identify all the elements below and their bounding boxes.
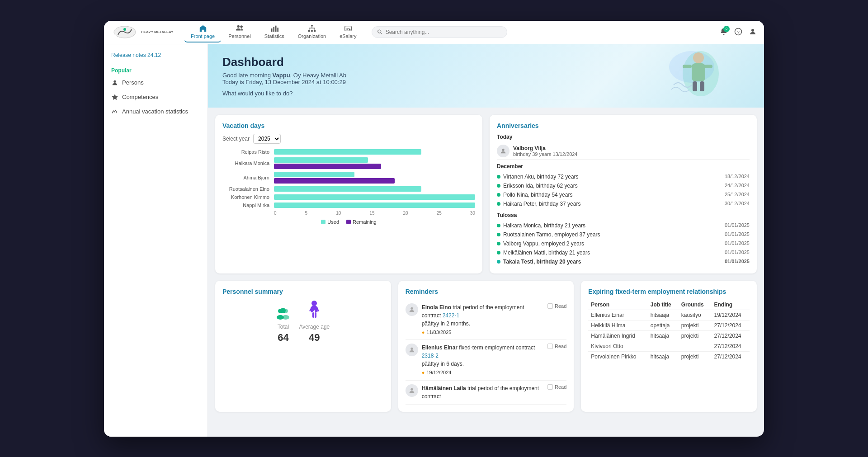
table-cell: 27/12/2024 [711,330,750,341]
anniv-item-date: 01/01/2025 [725,250,750,255]
bar-row: Nappi Mirka [222,203,475,208]
read-checkbox[interactable] [547,384,553,390]
bar-used [274,194,475,200]
svg-point-20 [693,52,704,63]
svg-rect-7 [308,30,310,32]
anniv-today-detail: birthday 39 years 13/12/2024 [513,151,578,157]
person-standing-icon [307,300,321,320]
svg-point-37 [410,388,413,390]
anniv-item-date: 18/12/2024 [725,174,750,179]
select-year-row: Select year 2025 [222,134,475,144]
anniv-today-item: Valborg Vilja birthday 39 years 13/12/20… [497,143,750,160]
search-bar[interactable] [372,26,507,38]
notifications-button[interactable]: 0 [720,28,728,37]
anniv-today-name: Valborg Vilja [513,145,578,151]
reminder-avatar [406,344,418,356]
anniv-item-date: 25/12/2024 [725,192,750,197]
legend-remaining: Remaining [346,219,377,225]
sidebar: Release notes 24.12 Popular Persons Comp… [104,44,208,437]
year-select[interactable]: 2025 [253,134,281,144]
read-checkbox[interactable] [547,303,553,309]
bar-label: Korhonen Kimmo [222,194,272,200]
personnel-summary-card: Personnel summary [215,281,391,412]
sidebar-item-annual-vacation[interactable]: Annual vacation statistics [104,104,208,119]
list-item: Takala Testi, birthday 20 years01/01/202… [497,257,750,266]
svg-point-15 [751,29,754,32]
legend-used: Used [321,219,339,225]
list-item: Haikara Peter, birthday 37 years30/12/20… [497,199,750,208]
bar-label: Haikara Monica [222,160,272,166]
user-menu-button[interactable] [749,28,757,37]
table-row: Kivivuori Otto27/12/2024 [588,341,750,351]
bar-group [274,149,475,155]
anniv-item-text: Virtanen Aku, birthday 72 years [503,174,579,180]
anniv-december-label: December [497,163,750,170]
bar-remaining [274,164,381,169]
reminder-read: Read [547,384,566,390]
reminders-card: Reminders Einola Eino trial period of th… [398,281,574,412]
search-icon [377,29,382,35]
search-input[interactable] [386,29,502,35]
anniv-item-text: Meikäläinen Matti, birthday 21 years [503,250,590,256]
reminder-date: ●19/12/2024 [422,369,544,377]
nav-items: Front page Personnel Statistics Organiza… [184,22,363,42]
avg-age-value: 49 [309,332,320,344]
anniv-december-list: Virtanen Aku, birthday 72 years18/12/202… [497,172,750,208]
nav-item-organization[interactable]: Organization [292,22,332,42]
reminder-read: Read [547,344,566,349]
axis-label: 10 [336,211,341,216]
reminder-person: Hämäläinen Laila [422,385,466,391]
release-notes[interactable]: Release notes 24.12 [104,50,208,64]
anniv-item-text: Ruotsalainen Tarmo, employed 37 years [503,231,600,238]
reminders-list: Einola Eino trial period of the employme… [406,300,567,405]
personnel-age-group: Average age 49 [299,300,330,344]
read-checkbox[interactable] [547,344,553,349]
avg-age-label: Average age [299,324,330,330]
sidebar-item-competences[interactable]: Competences [104,90,208,104]
bar-group [274,203,475,208]
svg-rect-34 [315,312,316,318]
nav-item-statistics[interactable]: Statistics [258,22,291,42]
reminder-detail: päättyy in 2 months. [422,320,470,327]
help-button[interactable]: ? [734,28,742,37]
vacation-card-title: Vacation days [222,122,475,129]
sidebar-item-persons[interactable]: Persons [104,75,208,90]
svg-text:?: ? [737,29,740,34]
reminder-content: Hämäläinen Laila trial period of the emp… [422,384,544,400]
personnel-card-title: Personnel summary [222,288,384,295]
axis-label: 30 [470,211,475,216]
table-cell: projekti [679,330,712,341]
svg-rect-9 [314,30,316,32]
table-row: Ellenius Einarhitsaajakausityö19/12/2024 [588,310,750,320]
person-icon-group [307,300,321,320]
logo-text: HEAVY METALLAY [141,30,173,34]
nav-item-frontpage[interactable]: Front page [184,22,221,42]
nav-item-esalary[interactable]: eSalary [333,22,363,42]
nav-right: 0 ? [720,28,757,37]
anniv-item-date: 01/01/2025 [725,259,750,264]
expiring-col-header: Person [588,300,647,310]
read-label: Read [555,344,566,349]
reminder-person: Einola Eino [422,304,451,311]
legend-remaining-dot [346,220,351,224]
table-cell: Ellenius Einar [588,310,647,320]
total-value: 64 [278,332,288,344]
svg-rect-33 [312,312,314,318]
anniv-item-text: Haikara Peter, birthday 37 years [503,201,580,207]
list-item: Meikäläinen Matti, birthday 21 years01/0… [497,248,750,257]
nav-item-personnel[interactable]: Personnel [222,22,257,42]
dashboard-illustration [665,49,746,99]
table-cell: Hämäläinen Ingrid [588,330,647,341]
axis-label: 0 [274,211,277,216]
table-cell: hitsaaja [648,310,679,320]
vacation-days-card: Vacation days Select year 2025 Reipas Ri… [215,115,482,273]
reminder-link[interactable]: 2318-2 [422,353,439,359]
dot-icon [497,175,500,179]
personnel-stats: Total 64 [222,300,384,344]
star-icon [111,94,118,101]
table-cell [679,341,712,351]
reminder-link[interactable]: 2422-1 [443,312,459,319]
svg-point-11 [349,29,351,31]
table-cell: 27/12/2024 [711,320,750,330]
expiring-table-header: PersonJob titleGroundsEnding [588,300,750,310]
